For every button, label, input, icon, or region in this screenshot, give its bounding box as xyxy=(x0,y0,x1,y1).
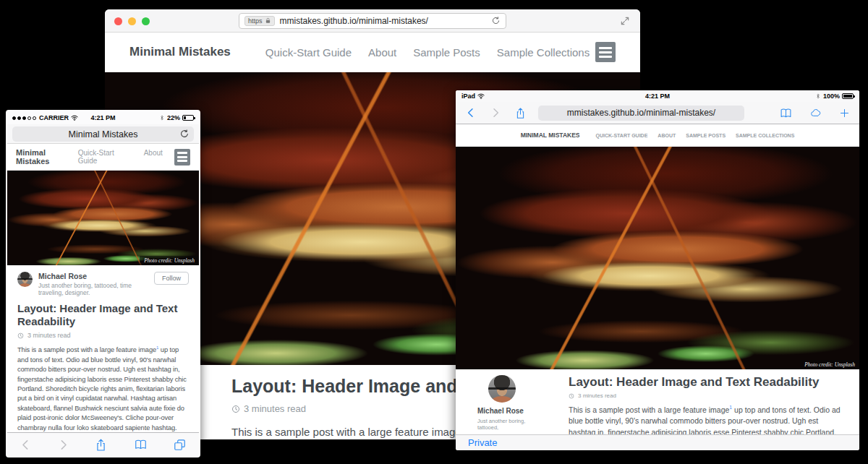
nav-link-about[interactable]: About xyxy=(144,149,163,165)
back-button[interactable] xyxy=(465,107,477,119)
safari-url-row: Minimal Mistakes xyxy=(7,124,199,144)
author-sidebar: Michael Rose Just another boring, tattoo… xyxy=(477,375,547,434)
composite-canvas: https mmistakes.github.io/minimal-mistak… xyxy=(0,0,868,464)
ipad-safari-window: iPad 4:21 PM 100% mmistakes.github.io/mi… xyxy=(456,90,859,450)
private-label: Private xyxy=(468,437,497,448)
iphone-status-bar: CARRIER 4:21 PM 22% xyxy=(7,111,199,124)
header-image: Photo credit: Unsplash xyxy=(456,147,859,369)
private-browsing-bar[interactable]: Private xyxy=(456,434,859,450)
site-masthead: MINIMAL MISTAKES QUICK-START GUIDE ABOUT… xyxy=(456,124,859,147)
nav-link-sample-collections[interactable]: Sample Collections xyxy=(497,46,590,59)
post-meta: 3 minutes read xyxy=(569,392,841,399)
battery-percent: 22% xyxy=(167,114,180,121)
read-time: 3 minutes read xyxy=(578,392,616,399)
follow-button[interactable]: Follow xyxy=(154,272,189,285)
browser-chrome: https mmistakes.github.io/minimal-mistak… xyxy=(105,9,640,33)
address-field[interactable]: mmistakes.github.io/minimal-mistakes/ xyxy=(538,106,744,121)
author-avatar xyxy=(488,375,516,403)
minimize-window-button[interactable] xyxy=(128,17,136,25)
icloud-tabs-button[interactable] xyxy=(809,107,823,119)
site-nav: Quick-Start Guide About xyxy=(78,149,163,165)
https-label: https xyxy=(248,17,263,25)
nav-link-quick-start-guide[interactable]: Quick-Start Guide xyxy=(78,149,131,165)
address-field[interactable]: Minimal Mistakes xyxy=(12,126,194,142)
clock-icon xyxy=(231,405,240,413)
nav-link-about[interactable]: About xyxy=(368,46,396,59)
author-bio: Just another boring, tattooed, time trav… xyxy=(38,282,148,296)
ipad-status-bar: iPad 4:21 PM 100% xyxy=(456,90,859,102)
post-meta: 3 minutes read xyxy=(17,332,189,339)
forward-button[interactable] xyxy=(57,439,69,451)
photo-credit: Photo credit: Unsplash xyxy=(140,256,199,265)
reload-icon[interactable] xyxy=(179,129,190,139)
bluetooth-icon xyxy=(159,114,165,121)
author-avatar xyxy=(17,272,33,287)
photo-credit: Photo credit: Unsplash xyxy=(800,360,859,369)
forward-button[interactable] xyxy=(490,107,501,119)
site-title-link[interactable]: Minimal Mistakes xyxy=(129,45,231,59)
bluetooth-icon xyxy=(815,93,821,100)
clock-icon xyxy=(569,393,574,399)
author-name: Michael Rose xyxy=(477,407,547,415)
battery-percent: 100% xyxy=(823,93,840,100)
status-time: 4:21 PM xyxy=(456,93,859,100)
clock-icon xyxy=(17,332,24,339)
menu-toggle-button[interactable] xyxy=(595,42,616,62)
window-controls xyxy=(114,17,150,25)
safari-bottom-toolbar xyxy=(7,432,199,456)
post-paragraph: This is a sample post with a large featu… xyxy=(17,345,189,432)
lock-icon xyxy=(265,17,271,24)
site-masthead: Minimal Mistakes Quick-Start Guide About… xyxy=(105,33,640,72)
close-window-button[interactable] xyxy=(114,17,122,25)
zoom-window-button[interactable] xyxy=(142,17,150,25)
post-title: Layout: Header Image and Text Readabilit… xyxy=(569,375,841,390)
https-badge: https xyxy=(244,16,275,26)
post-title: Layout: Header Image and Text Readabilit… xyxy=(17,302,189,328)
author-name: Michael Rose xyxy=(38,272,148,280)
fullscreen-icon[interactable] xyxy=(620,16,630,26)
site-masthead: Minimal Mistakes Quick-Start Guide About xyxy=(7,144,199,171)
safari-toolbar: mmistakes.github.io/minimal-mistakes/ xyxy=(456,102,859,124)
tabs-button[interactable] xyxy=(173,438,187,452)
menu-toggle-button[interactable] xyxy=(174,149,190,166)
site-title-link[interactable]: Minimal Mistakes xyxy=(16,148,78,166)
nav-link-sample-posts[interactable]: SAMPLE POSTS xyxy=(686,133,726,138)
post-content: Michael Rose Just another boring, tattoo… xyxy=(7,265,199,432)
nav-link-quick-start-guide[interactable]: Quick-Start Guide xyxy=(265,46,352,59)
post-content: Michael Rose Just another boring, tattoo… xyxy=(456,369,859,434)
bookmarks-button[interactable] xyxy=(779,107,793,119)
url-text: mmistakes.github.io/minimal-mistakes/ xyxy=(280,16,428,26)
nav-link-about[interactable]: ABOUT xyxy=(658,133,676,138)
nav-link-sample-posts[interactable]: Sample Posts xyxy=(413,46,480,59)
author-row: Michael Rose Just another boring, tattoo… xyxy=(17,272,189,296)
author-bio: Just another boring, tattooed, xyxy=(477,418,547,431)
site-title-link[interactable]: MINIMAL MISTAKES xyxy=(521,132,580,139)
page-title-text: Minimal Mistakes xyxy=(69,129,138,139)
back-button[interactable] xyxy=(20,439,32,451)
share-button[interactable] xyxy=(94,438,108,452)
bookmarks-button[interactable] xyxy=(133,438,148,451)
battery-icon xyxy=(182,115,194,121)
nav-link-quick-start-guide[interactable]: QUICK-START GUIDE xyxy=(596,133,648,138)
new-tab-button[interactable] xyxy=(839,108,850,119)
header-image: Photo credit: Unsplash xyxy=(7,171,199,265)
read-time: 3 minutes read xyxy=(244,403,306,414)
nav-link-sample-collections[interactable]: SAMPLE COLLECTIONS xyxy=(736,133,794,138)
battery-icon xyxy=(842,93,854,99)
reload-icon[interactable] xyxy=(491,16,501,25)
address-bar[interactable]: https mmistakes.github.io/minimal-mistak… xyxy=(239,13,506,29)
read-time: 3 minutes read xyxy=(27,332,71,339)
share-button[interactable] xyxy=(514,107,527,119)
iphone-safari-window: CARRIER 4:21 PM 22% Minimal Mistakes Min… xyxy=(6,110,200,457)
site-nav: Quick-Start Guide About Sample Posts Sam… xyxy=(265,46,590,59)
post-paragraph: This is a sample post with a large featu… xyxy=(569,404,841,434)
